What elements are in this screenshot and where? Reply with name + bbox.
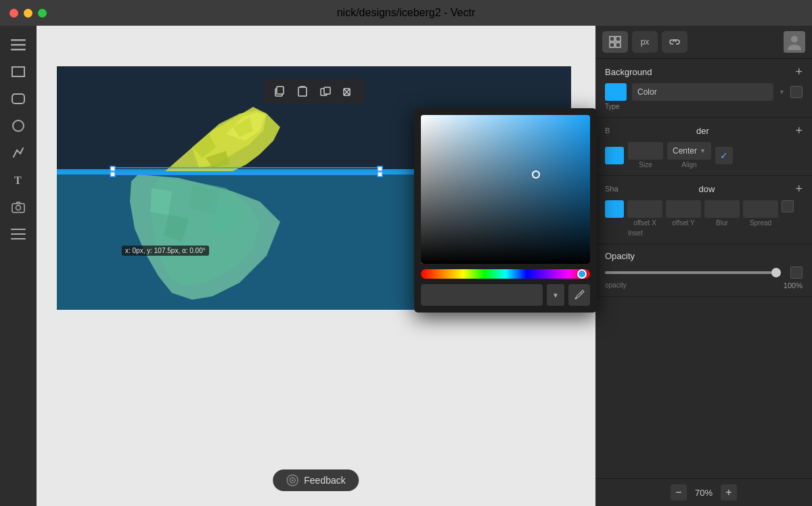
background-title: Background	[605, 67, 652, 77]
svg-rect-1	[11, 44, 26, 46]
color-gradient-area[interactable]	[421, 115, 590, 264]
svg-rect-3	[12, 67, 24, 76]
px-unit-button[interactable]: px	[632, 31, 658, 53]
window-title: nick/designs/iceberg2 - Vectr	[337, 7, 476, 19]
border-align-dropdown[interactable]: Center ▼	[667, 142, 711, 160]
shadow-header: Sha dow +	[605, 183, 803, 195]
feedback-icon	[286, 474, 298, 486]
right-panel: px Background +	[595, 26, 812, 506]
border-section: B der + 20px Size Center ▼ Align ✓	[595, 118, 812, 176]
shadow-offset-y-input[interactable]: 1px	[666, 200, 701, 218]
shadow-offset-x-label: offset X	[627, 219, 662, 227]
color-hex-input[interactable]: rgba(27,162,250,1)	[421, 284, 543, 306]
shadow-inset-label: Inset	[628, 229, 803, 237]
px-label: px	[641, 37, 650, 47]
svg-rect-4	[12, 94, 24, 104]
shadow-offset-x-input[interactable]: 1px	[627, 200, 662, 218]
svg-rect-9	[11, 229, 26, 230]
color-picker-popup[interactable]: rgba(27,162,250,1) ▼	[414, 108, 597, 313]
background-type-select[interactable]: Color Gradient Image	[632, 83, 773, 101]
border-title-text: der	[696, 126, 709, 136]
pen-tool[interactable]	[6, 141, 30, 165]
opacity-slider[interactable]	[605, 271, 781, 274]
svg-rect-29	[378, 166, 382, 171]
shadow-prefix: Sha	[605, 185, 618, 193]
svg-point-5	[13, 120, 24, 131]
copy-tool-btn[interactable]	[270, 82, 289, 101]
svg-rect-30	[110, 172, 115, 177]
svg-rect-28	[110, 166, 115, 171]
feedback-label: Feedback	[304, 475, 345, 486]
feedback-button[interactable]: Feedback	[273, 469, 359, 491]
coordinates-display: x: 0px, y: 107.5px, α: 0.00°	[122, 246, 209, 256]
eyedropper-icon	[574, 290, 585, 300]
duplicate-tool-btn[interactable]	[316, 82, 335, 101]
user-avatar[interactable]	[784, 31, 805, 53]
color-format-dropdown[interactable]: ▼	[547, 284, 564, 306]
left-sidebar: T	[0, 26, 37, 506]
add-border-button[interactable]: +	[795, 124, 803, 137]
svg-rect-44	[616, 37, 621, 41]
opacity-value: 100%	[784, 281, 803, 290]
border-size-label: Size	[628, 161, 663, 168]
hue-slider[interactable]	[421, 269, 590, 279]
zoom-in-button[interactable]: +	[721, 484, 737, 501]
add-shadow-button[interactable]: +	[795, 183, 803, 195]
dropdown-arrow-icon: ▼	[552, 292, 559, 299]
circle-tool[interactable]	[6, 114, 30, 138]
list-icon[interactable]	[6, 222, 30, 246]
add-background-button[interactable]: +	[795, 66, 803, 78]
svg-rect-10	[11, 233, 26, 235]
camera-tool[interactable]	[6, 195, 30, 219]
opacity-label: opacity	[605, 281, 627, 290]
hue-slider-knob	[577, 269, 587, 279]
background-row: Color Gradient Image ▼	[605, 83, 803, 101]
close-button[interactable]	[9, 9, 18, 18]
shadow-blur-input[interactable]: 1px	[704, 200, 740, 218]
link-button[interactable]	[662, 31, 687, 53]
shadow-title: dow	[699, 184, 715, 194]
shadow-spread-input[interactable]: 1px	[743, 200, 778, 218]
delete-tool-btn[interactable]	[339, 82, 358, 101]
eyedropper-button[interactable]	[568, 284, 590, 306]
paste-tool-btn[interactable]	[293, 82, 312, 101]
svg-rect-2	[11, 49, 26, 51]
border-size-group: 20px Size	[628, 142, 663, 168]
text-tool[interactable]: T	[6, 168, 30, 192]
canvas-toolbar	[263, 78, 365, 104]
svg-rect-31	[378, 172, 382, 177]
shadow-blur-group: 1px Blur	[704, 200, 740, 227]
rounded-rect-tool[interactable]	[6, 87, 30, 111]
shadow-color-swatch[interactable]	[605, 200, 624, 218]
svg-rect-36	[324, 87, 330, 94]
minimize-button[interactable]	[24, 9, 32, 18]
background-color-swatch[interactable]	[605, 83, 627, 101]
border-confirm-button[interactable]: ✓	[715, 147, 733, 164]
zoom-out-button[interactable]: −	[671, 484, 687, 501]
maximize-button[interactable]	[38, 9, 47, 18]
shadow-visibility-checkbox[interactable]	[782, 200, 794, 212]
border-controls-row: 20px Size Center ▼ Align ✓	[605, 142, 803, 168]
background-visibility-checkbox[interactable]	[790, 86, 803, 98]
opacity-slider-row	[605, 267, 803, 279]
border-size-input[interactable]: 20px	[628, 142, 663, 160]
shadow-blur-label: Blur	[704, 219, 740, 227]
svg-rect-0	[11, 39, 26, 41]
opacity-header: Opacity	[605, 251, 803, 261]
grid-view-button[interactable]	[602, 31, 628, 53]
svg-rect-11	[11, 238, 26, 239]
traffic-lights	[9, 9, 47, 18]
menu-icon[interactable]	[6, 32, 30, 57]
zoom-value: 70%	[695, 488, 713, 498]
main-layout: T	[0, 26, 812, 506]
shadow-controls-row: 1px offset X 1px offset Y 1px Blur 1px S…	[605, 200, 803, 227]
border-color-swatch[interactable]	[605, 147, 624, 164]
rectangle-tool[interactable]	[6, 60, 30, 84]
shadow-offset-y-group: 1px offset Y	[666, 200, 701, 227]
zoom-bar: − 70% +	[595, 478, 812, 506]
border-align-value: Center	[673, 146, 697, 156]
opacity-visibility-checkbox[interactable]	[790, 267, 803, 279]
titlebar: nick/designs/iceberg2 - Vectr	[0, 0, 812, 26]
svg-rect-43	[610, 37, 614, 41]
color-input-row: rgba(27,162,250,1) ▼	[421, 284, 590, 306]
